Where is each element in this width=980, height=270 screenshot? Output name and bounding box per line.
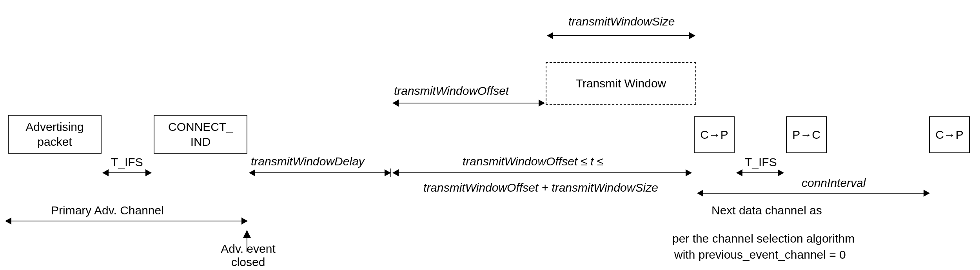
box-c-to-p-1: C→P xyxy=(694,116,735,153)
arrow-t-ifs-1 xyxy=(103,172,151,173)
label-t-ifs-2: T_IFS xyxy=(745,156,777,169)
label-channel-sel-1: per the channel selection algorithm xyxy=(672,232,855,245)
label-transmit-window-size: transmitWindowSize xyxy=(568,15,675,28)
box-c-to-p-2: C→P xyxy=(929,116,970,153)
box-transmit-window: Transmit Window xyxy=(546,62,696,105)
tick-delay-offset xyxy=(390,169,391,177)
label-transmit-window-delay: transmitWindowDelay xyxy=(251,155,365,168)
label-channel-sel-2: with previous_event_channel = 0 xyxy=(674,248,846,261)
box-advertising-packet: Advertising packet xyxy=(8,115,102,154)
arrow-conn-interval xyxy=(698,193,929,194)
arrow-t-ifs-2 xyxy=(737,172,783,173)
label-inequality-top: transmitWindowOffset ≤ t ≤ xyxy=(463,155,603,168)
arrow-transmit-window-offset-top xyxy=(393,103,544,103)
arrow-transmit-window-size xyxy=(548,35,695,36)
box-label: C→P xyxy=(700,127,728,142)
box-p-to-c: P→C xyxy=(786,116,827,153)
label-next-data-channel: Next data channel as xyxy=(711,204,822,217)
label-inequality-bottom: transmitWindowOffset + transmitWindowSiz… xyxy=(423,181,658,194)
arrow-window-inequality xyxy=(393,172,691,173)
arrow-primary-adv-channel xyxy=(6,221,247,221)
box-label: CONNECT_ IND xyxy=(168,120,233,149)
label-primary-adv-channel: Primary Adv. Channel xyxy=(51,204,164,217)
label-conn-interval: connInterval xyxy=(802,176,866,190)
box-label: C→P xyxy=(935,127,964,142)
timing-diagram: Advertising packet CONNECT_ IND Transmit… xyxy=(0,0,980,270)
box-label: Advertising packet xyxy=(25,120,83,149)
label-t-ifs-1: T_IFS xyxy=(111,156,143,169)
box-label: Transmit Window xyxy=(576,76,666,91)
box-label: P→C xyxy=(792,127,820,142)
label-adv-event-closed: Adv. event closed xyxy=(215,242,281,269)
label-transmit-window-offset-top: transmitWindowOffset xyxy=(394,84,509,98)
arrow-transmit-window-delay xyxy=(250,172,390,173)
box-connect-ind: CONNECT_ IND xyxy=(154,115,247,154)
